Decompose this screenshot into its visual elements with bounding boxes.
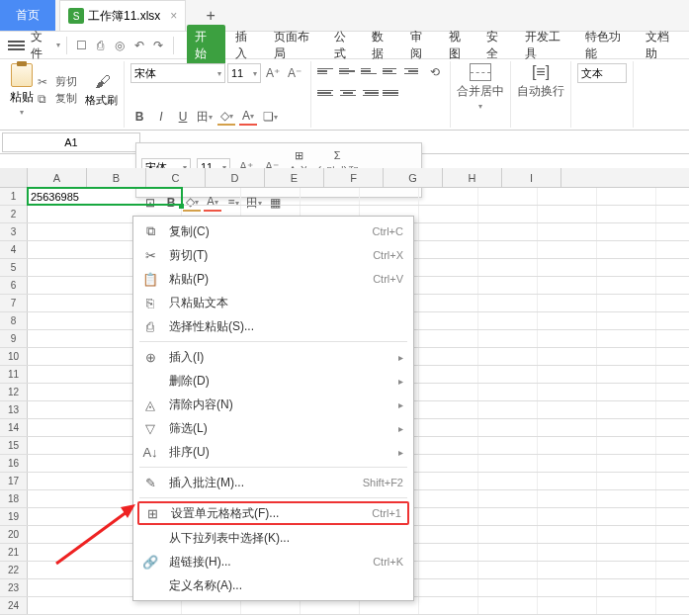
col-header[interactable]: I — [502, 168, 561, 187]
cell[interactable] — [538, 562, 597, 578]
row-header[interactable]: 16 — [0, 455, 28, 472]
col-header[interactable]: H — [443, 168, 502, 187]
cell[interactable] — [597, 330, 656, 347]
row-header[interactable]: 7 — [0, 295, 28, 311]
row-header[interactable]: 4 — [0, 241, 28, 258]
cell[interactable] — [538, 330, 597, 347]
decrease-font-icon[interactable]: A⁻ — [285, 66, 304, 80]
font-size-select[interactable]: 11▾ — [227, 63, 261, 83]
cell[interactable] — [538, 526, 597, 543]
cell[interactable] — [597, 384, 656, 400]
cell[interactable] — [419, 188, 478, 205]
italic-button[interactable]: I — [152, 108, 170, 126]
row-header[interactable]: 17 — [0, 473, 28, 489]
cell[interactable] — [419, 401, 478, 418]
cell[interactable] — [478, 508, 538, 525]
fill-color-button[interactable]: ◇▾ — [217, 108, 235, 126]
cell[interactable] — [478, 348, 538, 365]
cell[interactable] — [419, 384, 478, 400]
preview-icon[interactable]: ◎ — [112, 37, 129, 54]
cell[interactable] — [478, 437, 538, 454]
row-header[interactable]: 11 — [0, 366, 28, 383]
menu-cut[interactable]: ✂剪切(T)Ctrl+X — [133, 243, 413, 267]
menu-format-cells[interactable]: ⊞设置单元格格式(F)...Ctrl+1 — [137, 501, 409, 525]
tab-start[interactable]: 开始 — [187, 25, 225, 66]
cell[interactable] — [419, 241, 478, 258]
menu-copy[interactable]: ⧉复制(C)Ctrl+C — [133, 220, 413, 243]
cell[interactable] — [538, 223, 597, 240]
cell[interactable] — [419, 295, 478, 311]
cell[interactable] — [478, 401, 538, 418]
wrap-text-button[interactable]: [≡] 自动换行 — [517, 63, 564, 100]
cell[interactable] — [478, 277, 538, 294]
align-top-icon[interactable] — [317, 63, 335, 79]
tab-security[interactable]: 安全 — [480, 25, 515, 66]
menu-dropdown-select[interactable]: 从下拉列表中选择(K)... — [133, 526, 413, 550]
col-header[interactable]: D — [206, 168, 265, 187]
cell[interactable] — [419, 366, 478, 383]
cell[interactable] — [538, 241, 597, 258]
cell[interactable] — [419, 597, 478, 614]
cell[interactable] — [478, 490, 538, 507]
merge-center-button[interactable]: 合并居中▾ — [457, 63, 504, 111]
cell[interactable] — [597, 526, 656, 543]
cell[interactable] — [597, 401, 656, 418]
col-header[interactable]: A — [28, 168, 87, 187]
cell[interactable] — [419, 579, 478, 596]
cell[interactable] — [478, 259, 538, 276]
row-header[interactable]: 21 — [0, 544, 28, 561]
cell[interactable] — [419, 544, 478, 561]
cell[interactable] — [538, 312, 597, 329]
paste-button[interactable]: 粘贴▾ — [10, 63, 34, 117]
cell[interactable] — [597, 241, 656, 258]
col-header[interactable]: B — [87, 168, 146, 187]
cell[interactable] — [478, 544, 538, 561]
cell[interactable] — [538, 348, 597, 365]
cell[interactable] — [419, 473, 478, 489]
cell[interactable] — [478, 330, 538, 347]
undo-icon[interactable]: ↶ — [130, 37, 147, 54]
cell[interactable] — [597, 348, 656, 365]
align-center-icon[interactable] — [339, 85, 357, 101]
cell[interactable] — [478, 206, 538, 222]
cell[interactable] — [538, 188, 597, 205]
cell[interactable] — [597, 455, 656, 472]
cell[interactable] — [538, 295, 597, 311]
menu-define-name[interactable]: 定义名称(A)... — [133, 573, 413, 597]
cell[interactable] — [419, 206, 478, 222]
menu-insert-comment[interactable]: ✎插入批注(M)...Shift+F2 — [133, 471, 413, 494]
fill-handle[interactable] — [179, 204, 184, 209]
format-painter-button[interactable]: 🖌 格式刷 — [85, 73, 118, 108]
cell[interactable] — [597, 366, 656, 383]
menu-sort[interactable]: A↓排序(U)▸ — [133, 440, 413, 464]
cell[interactable] — [538, 366, 597, 383]
indent-left-icon[interactable] — [383, 63, 400, 79]
cell[interactable] — [538, 490, 597, 507]
number-format-select[interactable]: 文本 — [577, 63, 627, 83]
cell[interactable] — [419, 490, 478, 507]
cell[interactable] — [419, 562, 478, 578]
cell[interactable] — [419, 348, 478, 365]
select-all-corner[interactable] — [0, 168, 28, 187]
increase-font-icon[interactable]: A⁺ — [263, 66, 283, 80]
row-header[interactable]: 14 — [0, 419, 28, 436]
cell[interactable] — [478, 223, 538, 240]
tab-view[interactable]: 视图 — [443, 25, 477, 66]
cell[interactable] — [538, 544, 597, 561]
tab-special[interactable]: 特色功能 — [579, 25, 636, 66]
cell[interactable] — [301, 188, 360, 205]
cell[interactable] — [478, 597, 538, 614]
cell[interactable] — [419, 330, 478, 347]
align-bottom-icon[interactable] — [361, 63, 379, 79]
name-box[interactable]: A1 — [2, 132, 140, 152]
redo-icon[interactable]: ↷ — [149, 37, 166, 54]
cell[interactable] — [360, 188, 419, 205]
menu-insert[interactable]: ⊕插入(I)▸ — [133, 345, 413, 369]
col-header[interactable]: F — [324, 168, 384, 187]
bold-button[interactable]: B — [130, 108, 148, 126]
justify-icon[interactable] — [383, 85, 400, 101]
cell[interactable] — [538, 455, 597, 472]
cell[interactable] — [597, 473, 656, 489]
cell[interactable] — [419, 277, 478, 294]
cell[interactable] — [597, 490, 656, 507]
